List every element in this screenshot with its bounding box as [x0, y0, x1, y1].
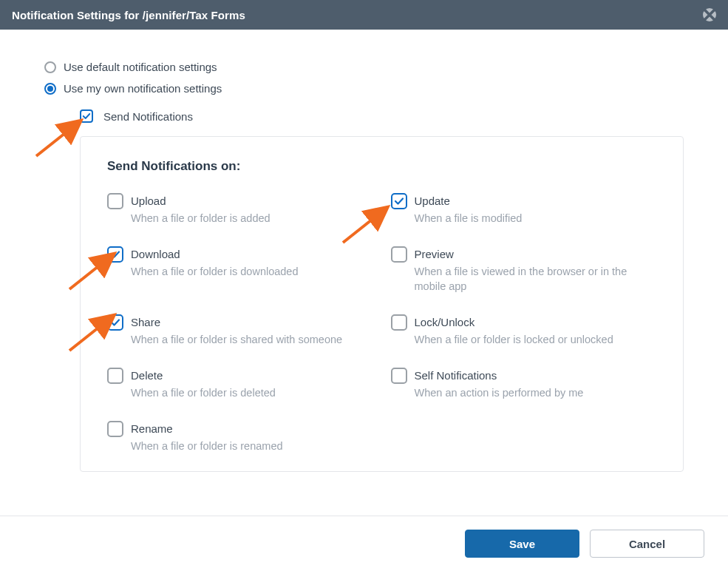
option-preview[interactable]: Preview When a file is viewed in the bro… — [391, 246, 657, 294]
checkbox-icon — [107, 246, 123, 263]
option-desc: When a file or folder is shared with som… — [131, 332, 342, 347]
save-button[interactable]: Save — [465, 530, 579, 558]
option-upload[interactable]: Upload When a file or folder is added — [107, 193, 373, 226]
option-label: Self Notifications — [415, 368, 584, 384]
checkbox-icon — [391, 314, 407, 331]
checkbox-icon — [107, 421, 123, 437]
option-lock[interactable]: Lock/Unlock When a file or folder is loc… — [391, 314, 657, 347]
dialog-title: Notification Settings for /jennifer/Tax … — [12, 9, 245, 21]
option-share[interactable]: Share When a file or folder is shared wi… — [107, 314, 373, 347]
checkbox-icon — [107, 193, 123, 209]
option-download[interactable]: Download When a file or folder is downlo… — [107, 246, 373, 294]
notifications-panel: Send Notifications on: Upload When a fil… — [80, 136, 684, 472]
checkbox-icon — [391, 246, 407, 263]
radio-icon — [44, 83, 56, 95]
send-notifications-label: Send Notifications — [103, 110, 193, 123]
option-label: Delete — [131, 368, 276, 384]
option-label: Preview — [415, 246, 657, 263]
option-label: Lock/Unlock — [415, 314, 613, 331]
option-desc: When a file is modified — [415, 211, 523, 226]
option-label: Update — [415, 193, 523, 209]
option-label: Upload — [131, 193, 271, 209]
checkbox-send-notifications[interactable]: Send Notifications — [80, 109, 684, 123]
checkbox-icon — [107, 314, 123, 331]
option-desc: When a file or folder is renamed — [131, 439, 283, 453]
dialog-header: Notification Settings for /jennifer/Tax … — [0, 0, 728, 30]
checkbox-icon — [107, 368, 123, 384]
options-grid: Upload When a file or folder is added Up… — [107, 193, 656, 453]
option-desc: When an action is performed by me — [415, 385, 584, 400]
option-delete[interactable]: Delete When a file or folder is deleted — [107, 368, 373, 400]
checkbox-icon — [391, 193, 407, 209]
radio-own-label: Use my own notification settings — [64, 82, 222, 95]
dialog-body: Use default notification settings Use my… — [0, 30, 728, 487]
checkbox-icon — [391, 368, 407, 384]
option-desc: When a file or folder is downloaded — [131, 264, 299, 279]
option-label: Download — [131, 246, 299, 263]
option-desc: When a file or folder is locked or unloc… — [415, 332, 613, 347]
dialog-footer: Save Cancel — [0, 516, 728, 571]
option-self[interactable]: Self Notifications When an action is per… — [391, 368, 657, 400]
option-desc: When a file is viewed in the browser or … — [415, 264, 657, 294]
option-label: Share — [131, 314, 342, 331]
panel-title: Send Notifications on: — [107, 159, 656, 174]
close-icon[interactable] — [703, 8, 716, 21]
option-rename[interactable]: Rename When a file or folder is renamed — [107, 421, 373, 453]
option-update[interactable]: Update When a file is modified — [391, 193, 657, 226]
option-desc: When a file or folder is added — [131, 211, 271, 226]
radio-default[interactable]: Use default notification settings — [44, 61, 684, 73]
radio-default-label: Use default notification settings — [64, 61, 217, 73]
option-desc: When a file or folder is deleted — [131, 385, 276, 400]
checkbox-icon — [80, 109, 93, 123]
radio-icon — [44, 61, 56, 73]
radio-own[interactable]: Use my own notification settings — [44, 82, 684, 95]
option-label: Rename — [131, 421, 283, 437]
cancel-button[interactable]: Cancel — [590, 530, 704, 558]
